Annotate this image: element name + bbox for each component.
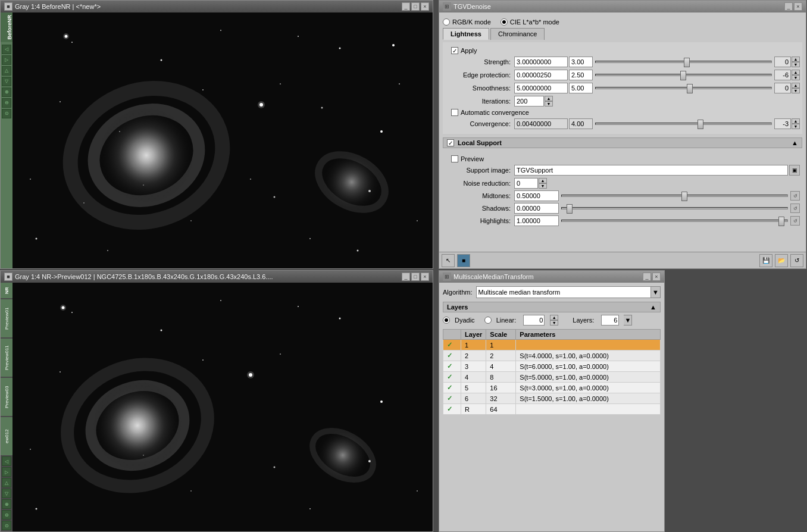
strength-small[interactable] [569,57,593,67]
table-row[interactable]: ✓ R 64 [443,404,661,415]
table-row[interactable]: ✓ 4 8 S(t=5.0000, s=1.00, a=0.0000) [443,372,661,383]
iterations-spin-down[interactable]: ▼ [545,101,553,107]
maximize-btn[interactable]: □ [411,2,420,11]
smoothness-value[interactable] [514,83,568,93]
noise-reduction-spin-down[interactable]: ▼ [539,183,547,189]
table-row[interactable]: ✓ 3 4 S(t=6.0000, s=1.00, a=0.0000) [443,361,661,372]
bottom-close-btn[interactable]: × [421,273,429,281]
nr-tab[interactable]: NR [1,283,12,298]
table-row[interactable]: ✓ 5 16 S(t=3.0000, s=1.00, a=0.0000) [443,383,661,393]
strength-spin-down[interactable]: ▼ [792,62,800,67]
midtones-slider-thumb[interactable] [681,192,687,201]
preview-checkbox[interactable] [451,155,458,162]
highlights-slider-thumb[interactable] [778,217,784,226]
local-support-collapse[interactable]: ▲ [792,139,798,146]
bottom-galaxy-image[interactable] [12,283,433,531]
smoothness-small[interactable] [569,83,593,93]
shadows-value[interactable] [514,203,559,214]
panel-icon-4[interactable]: ▽ [2,77,11,86]
iterations-value[interactable] [514,96,544,107]
rgbk-radio[interactable] [443,18,450,26]
smoothness-spin-down[interactable]: ▼ [792,88,800,93]
algorithm-value[interactable] [476,286,651,298]
support-image-value[interactable] [514,165,788,176]
bottom-maximize-btn[interactable]: □ [411,273,420,281]
apply-checkbox[interactable] [451,47,458,54]
layers-collapse[interactable]: ▲ [650,303,656,311]
panel-icon-7[interactable]: ⊙ [2,109,11,118]
strength-slider-thumb[interactable] [684,58,690,67]
tgv-close-btn[interactable]: × [794,2,802,11]
dyadic-radio[interactable] [443,317,450,324]
panel-icon-6[interactable]: ⊖ [2,98,11,108]
table-row[interactable]: ✓ 6 32 S(t=1.5000, s=1.00, a=0.0000) [443,393,661,404]
edge-protection-value[interactable] [514,70,568,80]
table-row[interactable]: ✓ 1 1 [443,340,661,351]
cie-radio[interactable] [501,18,508,26]
highlights-reset[interactable]: ↺ [790,216,800,226]
smoothness-slider-thumb[interactable] [687,84,693,93]
preview03-tab[interactable]: Preview03 [1,378,12,416]
bottom-icon-1[interactable]: ◁ [2,456,11,466]
bottom-icon-3[interactable]: △ [2,478,11,487]
strength-spin-up[interactable]: ▲ [792,57,800,62]
edge-protection-small[interactable] [569,70,593,80]
strength-value[interactable] [514,57,568,67]
bottom-icon-4[interactable]: ▽ [2,489,11,498]
midtones-reset[interactable]: ↺ [790,191,800,201]
bottom-icon-5[interactable]: ⊕ [2,499,11,509]
mmt-close-btn[interactable]: × [652,273,661,281]
layers-count-value[interactable] [601,315,619,326]
cie-radio-option[interactable]: CIE L*a*b* mode [501,18,559,26]
local-support-checkbox[interactable] [447,139,454,146]
shadows-slider-thumb[interactable] [567,204,573,214]
convergence-value[interactable] [514,118,568,129]
panel-icon-3[interactable]: △ [2,66,11,76]
edge-protection-spin-up[interactable]: ▲ [792,70,800,75]
tgv-toolbar-square[interactable]: ■ [457,254,470,267]
linear-spin-down[interactable]: ▼ [550,320,558,326]
panel-icon-5[interactable]: ⊕ [2,87,11,97]
convergence-spin-down[interactable]: ▼ [792,124,800,129]
tab-lightness[interactable]: Lightness [443,28,489,40]
iterations-spin-up[interactable]: ▲ [545,96,553,101]
edge-protection-slider-thumb[interactable] [680,71,686,80]
bottom-icon-2[interactable]: ▷ [2,467,11,477]
shadows-reset[interactable]: ↺ [790,204,800,213]
top-galaxy-image[interactable] [12,12,433,268]
bottom-icon-6[interactable]: ⊖ [2,510,11,520]
close-btn[interactable]: × [421,2,429,11]
panel-icon-1[interactable]: ◁ [2,45,11,54]
tgv-toolbar-arrow[interactable]: ↖ [442,254,455,267]
table-row[interactable]: ✓ 2 2 S(t=4.0000, s=1.00, a=0.0000) [443,351,661,361]
support-image-browse[interactable]: ▣ [789,165,800,176]
preview01-tab[interactable]: Preview01 [1,299,12,337]
convergence-small[interactable] [569,118,593,129]
edge-protection-spin-down[interactable]: ▼ [792,75,800,80]
preview011-tab[interactable]: Preview011 [1,339,12,377]
mmt-minimize-btn[interactable]: _ [643,273,651,281]
noise-reduction-spin-up[interactable]: ▲ [539,178,547,183]
tgv-minimize-btn[interactable]: _ [784,2,793,11]
algorithm-dropdown[interactable]: ▼ [651,286,661,298]
layers-dropdown[interactable]: ▼ [624,315,632,326]
midtones-value[interactable] [514,190,559,201]
tgv-toolbar-reset[interactable]: ↺ [790,254,803,267]
minimize-btn[interactable]: _ [402,2,410,11]
panel-icon-2[interactable]: ▷ [2,55,11,65]
ew012-tab[interactable]: ew012 [1,417,12,455]
highlights-value[interactable] [514,215,559,226]
convergence-slider-thumb[interactable] [697,120,703,129]
linear-value[interactable] [523,315,545,326]
bottom-minimize-btn[interactable]: _ [402,273,410,281]
auto-convergence-checkbox[interactable] [451,109,458,116]
noise-reduction-value[interactable] [514,178,538,189]
tab-chrominance[interactable]: Chrominance [490,28,545,40]
tgv-toolbar-save[interactable]: 💾 [759,254,772,267]
linear-radio[interactable] [484,317,492,324]
rgbk-radio-option[interactable]: RGB/K mode [443,18,491,26]
convergence-spin-up[interactable]: ▲ [792,118,800,124]
linear-spin-up[interactable]: ▲ [550,315,558,320]
smoothness-spin-up[interactable]: ▲ [792,83,800,88]
tgv-toolbar-open[interactable]: 📂 [775,254,788,267]
